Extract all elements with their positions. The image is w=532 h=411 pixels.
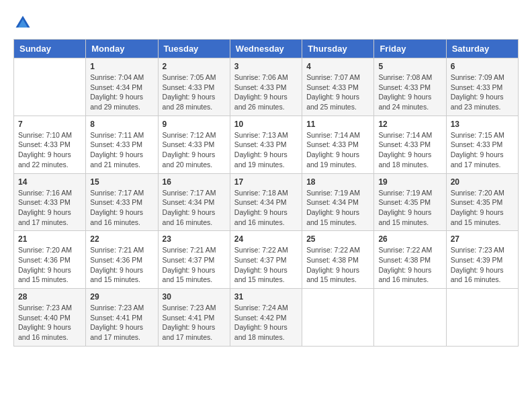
calendar-cell: 27 Sunrise: 7:23 AM Sunset: 4:39 PM Dayl… bbox=[446, 231, 518, 289]
cell-content: Sunrise: 7:20 AM Sunset: 4:36 PM Dayligh… bbox=[18, 245, 81, 285]
daylight-text: Daylight: 9 hours and 16 minutes. bbox=[18, 323, 71, 341]
calendar-cell: 21 Sunrise: 7:20 AM Sunset: 4:36 PM Dayl… bbox=[14, 231, 86, 289]
sunset-text: Sunset: 4:33 PM bbox=[306, 83, 359, 91]
daylight-text: Daylight: 9 hours and 17 minutes. bbox=[451, 150, 504, 169]
cell-content: Sunrise: 7:09 AM Sunset: 4:33 PM Dayligh… bbox=[451, 73, 514, 112]
day-number: 2 bbox=[163, 62, 226, 71]
calendar-cell bbox=[14, 58, 86, 116]
day-number: 4 bbox=[306, 62, 369, 71]
calendar-cell: 29 Sunrise: 7:23 AM Sunset: 4:41 PM Dayl… bbox=[86, 289, 158, 347]
calendar-cell: 11 Sunrise: 7:14 AM Sunset: 4:33 PM Dayl… bbox=[302, 116, 374, 173]
calendar-cell: 10 Sunrise: 7:13 AM Sunset: 4:33 PM Dayl… bbox=[230, 116, 302, 173]
calendar-cell: 24 Sunrise: 7:22 AM Sunset: 4:37 PM Dayl… bbox=[230, 231, 302, 289]
daylight-text: Daylight: 9 hours and 16 minutes. bbox=[163, 208, 216, 226]
sunrise-text: Sunrise: 7:05 AM bbox=[163, 73, 216, 81]
sunrise-text: Sunrise: 7:11 AM bbox=[90, 131, 144, 139]
calendar-cell bbox=[302, 289, 374, 347]
day-number: 20 bbox=[451, 177, 514, 187]
sunrise-text: Sunrise: 7:21 AM bbox=[163, 246, 216, 254]
calendar-cell: 2 Sunrise: 7:05 AM Sunset: 4:33 PM Dayli… bbox=[158, 58, 230, 116]
sunset-text: Sunset: 4:37 PM bbox=[163, 256, 215, 264]
sunrise-text: Sunrise: 7:20 AM bbox=[18, 246, 72, 254]
calendar-cell bbox=[446, 289, 518, 347]
calendar-cell: 22 Sunrise: 7:21 AM Sunset: 4:36 PM Dayl… bbox=[86, 231, 158, 289]
daylight-text: Daylight: 9 hours and 28 minutes. bbox=[163, 93, 216, 111]
calendar-cell: 7 Sunrise: 7:10 AM Sunset: 4:33 PM Dayli… bbox=[14, 116, 86, 173]
day-number: 29 bbox=[90, 292, 153, 302]
sunset-text: Sunset: 4:33 PM bbox=[378, 140, 431, 148]
sunset-text: Sunset: 4:35 PM bbox=[451, 198, 503, 206]
cell-content: Sunrise: 7:17 AM Sunset: 4:33 PM Dayligh… bbox=[90, 188, 153, 228]
calendar-header: SundayMondayTuesdayWednesdayThursdayFrid… bbox=[14, 40, 519, 58]
sunset-text: Sunset: 4:33 PM bbox=[451, 83, 503, 91]
calendar-cell: 25 Sunrise: 7:22 AM Sunset: 4:38 PM Dayl… bbox=[302, 231, 374, 289]
page-header bbox=[13, 13, 519, 32]
daylight-text: Daylight: 9 hours and 16 minutes. bbox=[234, 208, 287, 226]
cell-content: Sunrise: 7:04 AM Sunset: 4:34 PM Dayligh… bbox=[90, 73, 153, 112]
daylight-text: Daylight: 9 hours and 16 minutes. bbox=[451, 266, 504, 284]
calendar-cell: 30 Sunrise: 7:23 AM Sunset: 4:41 PM Dayl… bbox=[158, 289, 230, 347]
day-number: 26 bbox=[378, 234, 441, 244]
day-number: 19 bbox=[378, 177, 441, 187]
cell-content: Sunrise: 7:10 AM Sunset: 4:33 PM Dayligh… bbox=[18, 130, 81, 170]
sunrise-text: Sunrise: 7:20 AM bbox=[451, 189, 504, 197]
sunrise-text: Sunrise: 7:12 AM bbox=[163, 131, 216, 139]
logo bbox=[13, 13, 35, 32]
sunset-text: Sunset: 4:33 PM bbox=[18, 140, 71, 148]
day-number: 16 bbox=[163, 177, 226, 187]
sunrise-text: Sunrise: 7:22 AM bbox=[378, 246, 432, 254]
day-number: 25 bbox=[306, 234, 369, 244]
cell-content: Sunrise: 7:23 AM Sunset: 4:41 PM Dayligh… bbox=[90, 303, 153, 342]
daylight-text: Daylight: 9 hours and 18 minutes. bbox=[378, 150, 431, 169]
sunrise-text: Sunrise: 7:08 AM bbox=[378, 73, 432, 81]
calendar-cell: 16 Sunrise: 7:17 AM Sunset: 4:34 PM Dayl… bbox=[158, 173, 230, 231]
day-number: 12 bbox=[378, 120, 441, 129]
sunrise-text: Sunrise: 7:19 AM bbox=[378, 189, 432, 197]
calendar-cell: 12 Sunrise: 7:14 AM Sunset: 4:33 PM Dayl… bbox=[374, 116, 446, 173]
sunrise-text: Sunrise: 7:14 AM bbox=[306, 131, 360, 139]
weekday-header: Friday bbox=[374, 40, 446, 58]
daylight-text: Daylight: 9 hours and 26 minutes. bbox=[234, 93, 287, 111]
weekday-header: Thursday bbox=[302, 40, 374, 58]
calendar-cell: 19 Sunrise: 7:19 AM Sunset: 4:35 PM Dayl… bbox=[374, 173, 446, 231]
sunset-text: Sunset: 4:41 PM bbox=[90, 314, 142, 322]
sunrise-text: Sunrise: 7:04 AM bbox=[90, 73, 144, 81]
daylight-text: Daylight: 9 hours and 22 minutes. bbox=[18, 150, 71, 169]
cell-content: Sunrise: 7:08 AM Sunset: 4:33 PM Dayligh… bbox=[378, 73, 441, 112]
cell-content: Sunrise: 7:05 AM Sunset: 4:33 PM Dayligh… bbox=[163, 73, 226, 112]
daylight-text: Daylight: 9 hours and 15 minutes. bbox=[163, 266, 216, 284]
sunrise-text: Sunrise: 7:22 AM bbox=[234, 246, 288, 254]
calendar-cell: 8 Sunrise: 7:11 AM Sunset: 4:33 PM Dayli… bbox=[86, 116, 158, 173]
day-number: 28 bbox=[18, 292, 81, 302]
daylight-text: Daylight: 9 hours and 23 minutes. bbox=[451, 93, 504, 111]
daylight-text: Daylight: 9 hours and 16 minutes. bbox=[378, 266, 431, 284]
sunrise-text: Sunrise: 7:19 AM bbox=[306, 189, 360, 197]
sunset-text: Sunset: 4:33 PM bbox=[18, 198, 71, 206]
day-number: 15 bbox=[90, 177, 153, 187]
sunrise-text: Sunrise: 7:10 AM bbox=[18, 131, 72, 139]
sunset-text: Sunset: 4:36 PM bbox=[18, 256, 71, 264]
cell-content: Sunrise: 7:06 AM Sunset: 4:33 PM Dayligh… bbox=[234, 73, 298, 112]
day-number: 11 bbox=[306, 120, 369, 129]
weekday-header: Saturday bbox=[446, 40, 518, 58]
weekday-row: SundayMondayTuesdayWednesdayThursdayFrid… bbox=[14, 40, 519, 58]
calendar-week-row: 1 Sunrise: 7:04 AM Sunset: 4:34 PM Dayli… bbox=[14, 58, 519, 116]
sunset-text: Sunset: 4:33 PM bbox=[90, 198, 142, 206]
weekday-header: Wednesday bbox=[230, 40, 302, 58]
calendar-cell: 9 Sunrise: 7:12 AM Sunset: 4:33 PM Dayli… bbox=[158, 116, 230, 173]
cell-content: Sunrise: 7:16 AM Sunset: 4:33 PM Dayligh… bbox=[18, 188, 81, 228]
day-number: 22 bbox=[90, 234, 153, 244]
cell-content: Sunrise: 7:18 AM Sunset: 4:34 PM Dayligh… bbox=[234, 188, 298, 228]
day-number: 5 bbox=[378, 62, 441, 71]
calendar-cell: 26 Sunrise: 7:22 AM Sunset: 4:38 PM Dayl… bbox=[374, 231, 446, 289]
cell-content: Sunrise: 7:07 AM Sunset: 4:33 PM Dayligh… bbox=[306, 73, 369, 112]
calendar-body: 1 Sunrise: 7:04 AM Sunset: 4:34 PM Dayli… bbox=[14, 58, 519, 347]
daylight-text: Daylight: 9 hours and 21 minutes. bbox=[90, 150, 143, 169]
day-number: 10 bbox=[234, 120, 298, 129]
daylight-text: Daylight: 9 hours and 15 minutes. bbox=[90, 266, 143, 284]
day-number: 30 bbox=[163, 292, 226, 302]
weekday-header: Tuesday bbox=[158, 40, 230, 58]
sunrise-text: Sunrise: 7:13 AM bbox=[234, 131, 288, 139]
calendar-cell: 28 Sunrise: 7:23 AM Sunset: 4:40 PM Dayl… bbox=[14, 289, 86, 347]
cell-content: Sunrise: 7:14 AM Sunset: 4:33 PM Dayligh… bbox=[378, 130, 441, 170]
